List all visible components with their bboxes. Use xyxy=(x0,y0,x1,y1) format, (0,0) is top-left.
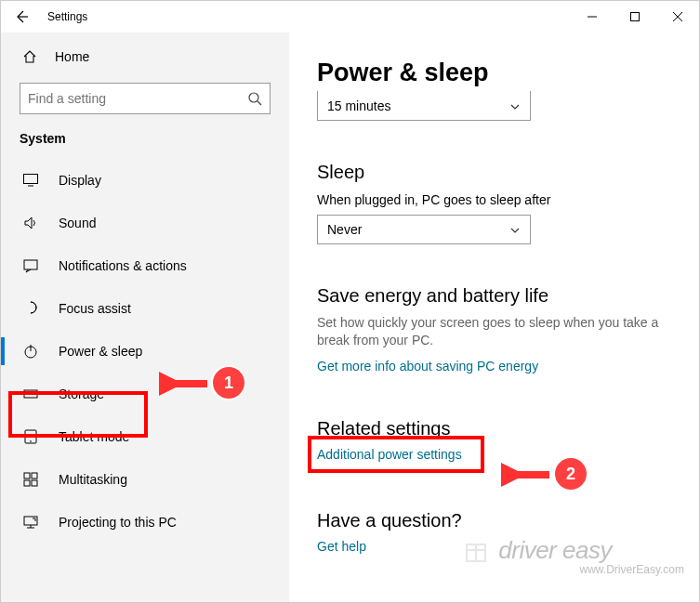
chevron-down-icon xyxy=(509,225,521,236)
search-icon xyxy=(247,91,262,106)
back-button[interactable] xyxy=(10,6,33,28)
multitasking-icon xyxy=(21,470,40,489)
display-icon xyxy=(21,171,40,190)
search-input[interactable] xyxy=(28,91,247,106)
window-controls xyxy=(571,2,699,32)
main-panel: Power & sleep 15 minutes Sleep When plug… xyxy=(289,33,699,603)
svg-point-1 xyxy=(249,93,258,102)
projecting-icon xyxy=(21,513,40,531)
energy-description: Set how quickly your screen goes to slee… xyxy=(317,314,671,349)
home-icon xyxy=(21,48,38,65)
svg-rect-9 xyxy=(32,473,37,478)
sidebar-item-label: Tablet mode xyxy=(59,429,129,444)
dropdown-value: Never xyxy=(327,222,362,237)
sidebar: Home System Display Sound xyxy=(1,33,289,603)
sidebar-item-label: Storage xyxy=(59,387,104,401)
additional-power-settings-link[interactable]: Additional power settings xyxy=(317,447,462,462)
sidebar-item-label: Sound xyxy=(59,216,96,230)
sidebar-item-label: Power & sleep xyxy=(59,344,142,359)
sidebar-item-notifications[interactable]: Notifications & actions xyxy=(1,244,289,287)
related-heading: Related settings xyxy=(317,418,671,439)
sidebar-item-label: Notifications & actions xyxy=(59,258,187,273)
titlebar: Settings xyxy=(1,1,699,33)
sidebar-item-label: Multitasking xyxy=(59,472,127,487)
svg-rect-8 xyxy=(24,473,30,478)
sidebar-item-display[interactable]: Display xyxy=(1,159,289,202)
sidebar-item-multitasking[interactable]: Multitasking xyxy=(1,458,289,501)
sidebar-item-tablet-mode[interactable]: Tablet mode xyxy=(1,415,289,458)
sidebar-section-label: System xyxy=(1,127,289,159)
minimize-button[interactable] xyxy=(571,2,614,32)
sleep-heading: Sleep xyxy=(317,162,671,183)
svg-rect-10 xyxy=(24,480,30,486)
storage-icon xyxy=(21,385,40,403)
svg-rect-3 xyxy=(24,260,37,269)
svg-point-6 xyxy=(33,393,35,395)
sidebar-item-power-sleep[interactable]: Power & sleep xyxy=(1,330,289,373)
sidebar-item-label: Display xyxy=(59,173,101,188)
sidebar-item-label: Focus assist xyxy=(59,301,131,316)
power-icon xyxy=(21,342,40,360)
dropdown-value: 15 minutes xyxy=(327,98,390,113)
sound-icon xyxy=(21,214,40,232)
get-help-link[interactable]: Get help xyxy=(317,539,671,554)
sidebar-item-label: Projecting to this PC xyxy=(59,515,177,530)
sleep-label: When plugged in, PC goes to sleep after xyxy=(317,192,671,207)
svg-rect-0 xyxy=(631,13,640,21)
sidebar-nav: Display Sound Notifications & actions Fo… xyxy=(1,159,289,544)
home-label: Home xyxy=(55,49,89,64)
page-title: Power & sleep xyxy=(317,59,671,87)
maximize-button[interactable] xyxy=(614,2,656,32)
home-nav[interactable]: Home xyxy=(1,38,289,75)
tablet-icon xyxy=(21,427,40,446)
svg-rect-11 xyxy=(32,480,37,486)
screen-timeout-dropdown[interactable]: 15 minutes xyxy=(317,91,531,121)
search-box[interactable] xyxy=(20,83,271,114)
sidebar-item-focus-assist[interactable]: Focus assist xyxy=(1,287,289,330)
chevron-down-icon xyxy=(509,101,521,112)
energy-link[interactable]: Get more info about saving PC energy xyxy=(317,359,671,374)
window-title: Settings xyxy=(47,10,87,23)
svg-rect-2 xyxy=(24,175,38,184)
energy-heading: Save energy and battery life xyxy=(317,285,671,307)
notifications-icon xyxy=(21,256,40,275)
sidebar-item-sound[interactable]: Sound xyxy=(1,202,289,244)
focus-assist-icon xyxy=(21,299,40,318)
sleep-timeout-dropdown[interactable]: Never xyxy=(317,215,531,244)
sidebar-item-projecting[interactable]: Projecting to this PC xyxy=(1,501,289,544)
question-heading: Have a question? xyxy=(317,510,671,531)
sidebar-item-storage[interactable]: Storage xyxy=(1,373,289,415)
close-button[interactable] xyxy=(656,2,699,32)
